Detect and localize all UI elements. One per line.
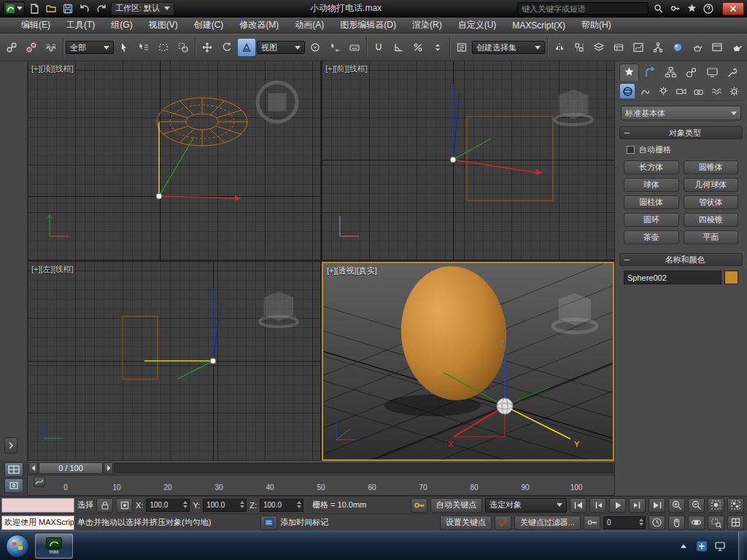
add-time-tag-label[interactable]: 添加时间标记	[280, 517, 328, 528]
select-and-rotate-button[interactable]	[217, 38, 236, 57]
primitive-button-sphere[interactable]: 球体	[624, 178, 679, 192]
set-key-mode-button[interactable]: 设置关键点	[440, 516, 492, 530]
new-file-button[interactable]	[27, 1, 42, 16]
primitive-category-combo[interactable]: 标准基本体	[621, 106, 741, 120]
tab-modify[interactable]	[640, 63, 660, 81]
communication-button[interactable]	[667, 1, 682, 16]
tab-create[interactable]	[619, 63, 639, 81]
render-setup-button[interactable]	[688, 38, 707, 57]
align-button[interactable]	[570, 38, 589, 57]
workspace-combo[interactable]: 工作区: 默认	[111, 2, 174, 15]
menu-rendering[interactable]: 渲染(R)	[410, 18, 444, 32]
auto-key-button[interactable]: 自动关键点	[430, 498, 482, 513]
percent-snap-toggle-button[interactable]	[409, 38, 427, 57]
bind-to-spacewarp-button[interactable]	[42, 38, 61, 57]
autogrid-checkbox[interactable]	[627, 146, 635, 154]
rendered-frame-window-button[interactable]	[708, 38, 727, 57]
menu-edit[interactable]: 编辑(E)	[19, 18, 53, 32]
key-filters-button[interactable]: 关键点过滤器...	[514, 516, 581, 530]
time-slider-handle[interactable]: 0 / 100	[39, 462, 103, 474]
category-lights[interactable]	[655, 83, 671, 99]
category-spacewarps[interactable]	[708, 83, 724, 99]
menu-views[interactable]: 视图(V)	[147, 18, 180, 32]
tray-network-icon[interactable]	[713, 540, 727, 553]
viewport-top[interactable]: [+][顶][线框]	[28, 61, 320, 260]
category-shapes[interactable]	[637, 83, 653, 99]
tab-hierarchy[interactable]	[661, 63, 681, 81]
key-filters-check[interactable]	[495, 516, 511, 530]
primitive-button-cylinder[interactable]: 圆柱体	[624, 195, 679, 209]
primitive-button-tube[interactable]: 管状体	[684, 195, 739, 209]
spinner-arrows[interactable]	[240, 501, 244, 508]
go-to-end-button[interactable]	[649, 498, 665, 513]
open-mini-curve-editor-button[interactable]	[34, 477, 45, 487]
menu-group[interactable]: 组(G)	[109, 18, 134, 32]
absolute-offset-toggle[interactable]	[116, 498, 133, 513]
render-button[interactable]	[727, 38, 746, 57]
named-selection-sets-combo[interactable]: 创建选择集	[472, 41, 545, 54]
viewport-left-label[interactable]: [+][左][线框]	[31, 264, 74, 275]
maxscript-mini-listener[interactable]: 欢迎使用 MAXScript	[1, 516, 74, 530]
start-button[interactable]	[6, 534, 29, 558]
category-cameras[interactable]	[673, 83, 689, 99]
track-bar[interactable]: 0 10 20 30 40 50 60 70 80 90 100	[28, 475, 614, 496]
zoom-region-button[interactable]	[708, 516, 724, 530]
primitive-button-geosphere[interactable]: 几何球体	[684, 178, 739, 192]
time-tag-button[interactable]	[260, 516, 277, 530]
menu-maxscript[interactable]: MAXScript(X)	[510, 20, 568, 31]
spinner-arrows[interactable]	[183, 501, 187, 508]
maximize-viewport-toggle-button[interactable]	[727, 516, 744, 530]
next-frame-arrow[interactable]	[104, 462, 113, 474]
current-frame-field[interactable]: 0	[603, 516, 646, 529]
primitive-button-plane[interactable]: 平面	[684, 230, 739, 244]
menu-animation[interactable]: 动画(A)	[293, 18, 326, 32]
taskbar-3dsmax-button[interactable]: max	[35, 534, 73, 559]
go-to-start-button[interactable]	[570, 498, 587, 513]
menu-graph-editors[interactable]: 图形编辑器(D)	[338, 18, 398, 32]
snap-toggle-3d-button[interactable]	[369, 38, 388, 57]
unlink-selection-button[interactable]	[22, 38, 41, 57]
select-and-move-button[interactable]	[198, 38, 217, 57]
object-name-input[interactable]: Sphere002	[624, 271, 721, 284]
viewport-perspective[interactable]: [+][透视][真实]	[322, 262, 614, 461]
expand-panel-button[interactable]	[4, 438, 18, 454]
tray-show-hidden-icons-button[interactable]	[677, 540, 690, 553]
time-configuration-button[interactable]	[649, 516, 665, 530]
select-object-button[interactable]	[115, 38, 133, 57]
material-editor-button[interactable]	[668, 38, 687, 57]
redo-button[interactable]	[94, 1, 109, 16]
category-helpers[interactable]	[691, 83, 707, 99]
menu-modifiers[interactable]: 修改器(M)	[237, 18, 281, 32]
primitive-button-pyramid[interactable]: 四棱锥	[684, 213, 739, 227]
keyboard-shortcut-override-button[interactable]	[345, 38, 364, 57]
orbit-view-button[interactable]	[688, 516, 705, 530]
angle-snap-toggle-button[interactable]	[389, 38, 408, 57]
layer-manager-button[interactable]	[589, 38, 608, 57]
category-systems[interactable]	[727, 83, 743, 99]
macro-recorder-field[interactable]	[1, 498, 74, 513]
select-and-manipulate-button[interactable]	[325, 38, 344, 57]
category-geometry[interactable]	[619, 83, 635, 99]
tab-display[interactable]	[703, 63, 722, 81]
tab-utilities[interactable]	[724, 63, 743, 81]
show-desktop-button[interactable]	[738, 532, 747, 560]
mirror-button[interactable]	[550, 38, 569, 57]
isolate-selection-button[interactable]	[4, 478, 23, 493]
object-type-rollout[interactable]: 对象类型	[619, 126, 743, 139]
open-file-button[interactable]	[44, 1, 58, 16]
selected-objects-combo[interactable]: 选定对象	[485, 498, 567, 513]
select-and-link-button[interactable]	[2, 38, 21, 57]
tray-input-method-icon[interactable]	[695, 540, 708, 553]
zoom-button[interactable]	[668, 498, 685, 513]
close-button[interactable]	[722, 2, 744, 15]
rectangular-selection-region-button[interactable]	[154, 38, 173, 57]
viewport-top-label[interactable]: [+][顶][线框]	[31, 63, 74, 74]
object-color-swatch[interactable]	[724, 271, 738, 284]
favorites-button[interactable]	[684, 1, 699, 16]
viewport-front-label[interactable]: [+][前][线框]	[325, 63, 368, 74]
viewport-layout-button[interactable]	[4, 462, 23, 477]
viewport-perspective-label[interactable]: [+][透视][真实]	[327, 265, 377, 276]
save-file-button[interactable]	[61, 1, 75, 16]
window-crossing-toggle-button[interactable]	[174, 38, 193, 57]
z-coordinate-field[interactable]: 100.0	[260, 499, 303, 512]
